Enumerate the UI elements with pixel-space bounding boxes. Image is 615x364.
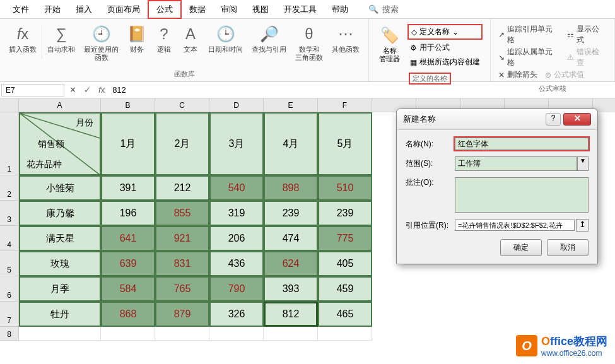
tab-formula[interactable]: 公式	[148, 0, 182, 19]
cancel-button[interactable]: 取消	[547, 239, 589, 256]
tab-view[interactable]: 视图	[245, 1, 276, 18]
evaluate-formula-button[interactable]: ⊚公式求值	[545, 69, 584, 80]
month-header-cell[interactable]: 2月	[155, 112, 209, 175]
logical-button[interactable]: ? 逻辑	[151, 21, 177, 63]
lookup-button[interactable]: 🔎 查找与引用	[248, 21, 290, 63]
cell[interactable]	[101, 327, 155, 341]
define-name-button[interactable]: ◇ 定义名称 ⌄	[407, 24, 483, 40]
select-all-corner[interactable]	[0, 98, 19, 112]
financial-button[interactable]: 📔 财务	[124, 21, 150, 63]
insert-function-button[interactable]: fx 插入函数	[5, 21, 40, 63]
col-header-C[interactable]: C	[155, 98, 209, 112]
month-header-cell[interactable]: 3月	[209, 112, 264, 175]
tab-help[interactable]: 帮助	[324, 1, 356, 18]
data-cell[interactable]: 393	[264, 276, 318, 302]
row-header-5[interactable]: 5	[0, 251, 19, 276]
data-cell[interactable]: 921	[155, 226, 209, 251]
trace-dependents-button[interactable]: ↘追踪从属单元格	[498, 47, 559, 68]
data-cell[interactable]: 584	[101, 276, 155, 302]
trace-precedents-button[interactable]: ↗追踪引用单元格	[498, 24, 559, 45]
data-cell[interactable]: 641	[101, 226, 155, 251]
month-header-cell[interactable]: 4月	[264, 112, 318, 175]
data-cell[interactable]: 239	[318, 201, 372, 226]
comment-textarea[interactable]	[455, 177, 589, 213]
recent-button[interactable]: 🕘 最近使用的 函数	[80, 21, 122, 63]
month-header-cell[interactable]: 1月	[101, 112, 155, 175]
search-box[interactable]: 🔍 搜索	[368, 4, 399, 15]
tab-dev[interactable]: 开发工具	[276, 1, 324, 18]
data-cell[interactable]: 326	[209, 302, 264, 327]
reference-picker-button[interactable]: ↥	[576, 219, 589, 232]
row-header-1[interactable]: 1	[0, 112, 19, 175]
cell[interactable]	[209, 327, 264, 341]
row-header-4[interactable]: 4	[0, 226, 19, 251]
col-header-D[interactable]: D	[209, 98, 264, 112]
data-cell[interactable]: 775	[318, 226, 372, 251]
row-header-2[interactable]: 2	[0, 175, 19, 201]
data-cell[interactable]: 765	[155, 276, 209, 302]
error-checking-button[interactable]: ⚠错误检查	[567, 47, 607, 68]
data-cell[interactable]: 465	[318, 302, 372, 327]
data-cell[interactable]: 855	[155, 201, 209, 226]
data-cell[interactable]: 474	[264, 226, 318, 251]
data-cell[interactable]: 510	[318, 175, 372, 201]
row-name-cell[interactable]: 玫瑰	[19, 251, 101, 276]
formula-input[interactable]: 812	[108, 84, 615, 96]
data-cell[interactable]: 391	[101, 175, 155, 201]
data-cell[interactable]: 639	[101, 251, 155, 276]
row-name-cell[interactable]: 小雏菊	[19, 175, 101, 201]
tab-home[interactable]: 开始	[37, 1, 68, 18]
tab-insert[interactable]: 插入	[68, 1, 100, 18]
name-input[interactable]	[455, 138, 589, 150]
create-from-selection-button[interactable]: ▦ 根据所选内容创建	[407, 56, 483, 69]
text-button[interactable]: A 文本	[178, 21, 203, 63]
col-header-E[interactable]: E	[264, 98, 318, 112]
data-cell[interactable]: 540	[209, 175, 264, 201]
cell[interactable]	[155, 327, 209, 341]
col-header-A[interactable]: A	[19, 98, 101, 112]
row-name-cell[interactable]: 牡丹	[19, 302, 101, 327]
confirm-formula-button[interactable]: ✓	[80, 85, 95, 95]
data-cell[interactable]: 812	[264, 302, 318, 327]
scope-select[interactable]: 工作簿	[455, 156, 577, 171]
month-header-cell[interactable]: 5月	[318, 112, 372, 175]
fx-button[interactable]: fx	[95, 85, 108, 95]
dialog-close-button[interactable]: ✕	[563, 113, 591, 126]
cancel-formula-button[interactable]: ✕	[66, 85, 80, 95]
cell[interactable]	[19, 327, 101, 341]
more-button[interactable]: ⋯ 其他函数	[328, 21, 363, 63]
data-cell[interactable]: 206	[209, 226, 264, 251]
data-cell[interactable]: 790	[209, 276, 264, 302]
diagonal-header-cell[interactable]: 月份 销售额 花卉品种	[19, 112, 101, 175]
math-button[interactable]: θ 数学和 三角函数	[291, 21, 327, 63]
row-name-cell[interactable]: 康乃馨	[19, 201, 101, 226]
tab-data[interactable]: 数据	[182, 1, 213, 18]
data-cell[interactable]: 459	[318, 276, 372, 302]
data-cell[interactable]: 831	[155, 251, 209, 276]
name-manager-button[interactable]: 🏷️ 名称 管理器	[374, 21, 405, 71]
data-cell[interactable]: 319	[209, 201, 264, 226]
name-box[interactable]	[1, 84, 64, 97]
data-cell[interactable]: 624	[264, 251, 318, 276]
tab-file[interactable]: 文件	[5, 1, 37, 18]
data-cell[interactable]: 212	[155, 175, 209, 201]
data-cell[interactable]: 196	[101, 201, 155, 226]
col-header-B[interactable]: B	[101, 98, 155, 112]
data-cell[interactable]: 405	[318, 251, 372, 276]
row-name-cell[interactable]: 月季	[19, 276, 101, 302]
data-cell[interactable]: 868	[101, 302, 155, 327]
datetime-button[interactable]: 🕒 日期和时间	[204, 21, 247, 63]
show-formulas-button[interactable]: ⚏显示公式	[567, 24, 607, 45]
data-cell[interactable]: 239	[264, 201, 318, 226]
row-header-3[interactable]: 3	[0, 201, 19, 226]
col-header-F[interactable]: F	[318, 98, 372, 112]
use-in-formula-button[interactable]: ⚙ 用于公式	[407, 41, 483, 54]
cell[interactable]	[264, 327, 318, 341]
row-header-7[interactable]: 7	[0, 302, 19, 327]
cell[interactable]	[318, 327, 372, 341]
data-cell[interactable]: 436	[209, 251, 264, 276]
data-cell[interactable]: 898	[264, 175, 318, 201]
data-cell[interactable]: 879	[155, 302, 209, 327]
ok-button[interactable]: 确定	[500, 239, 542, 256]
reference-input[interactable]	[455, 220, 575, 231]
